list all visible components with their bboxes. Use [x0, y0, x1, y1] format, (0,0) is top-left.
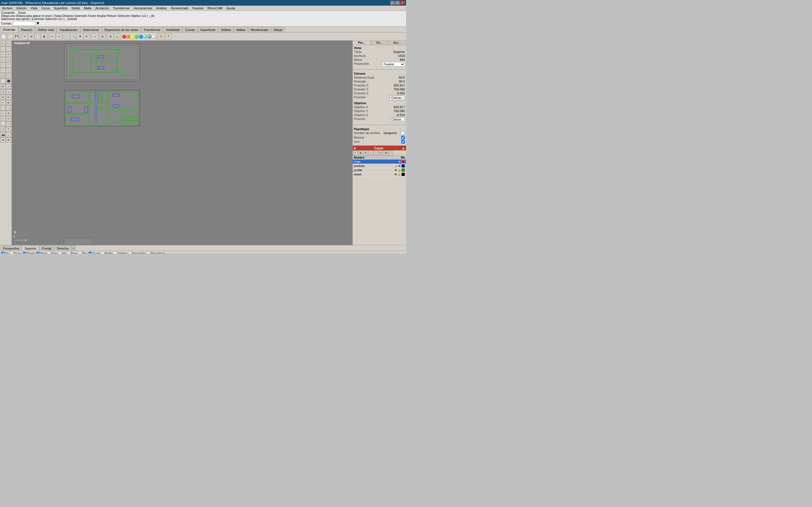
capa-vis-chair[interactable]: 👁 [398, 160, 401, 163]
surface-tool[interactable]: ⬜ [1, 78, 6, 83]
capa-row-chair[interactable]: chair 👁 [353, 160, 406, 164]
undo-btn[interactable]: ↩ [49, 34, 56, 40]
menu-analisis[interactable]: Análisis [154, 6, 168, 10]
snap-vertice-checkbox[interactable] [113, 252, 117, 254]
tab-planosc[interactable]: PlanosC [18, 27, 35, 33]
snap-fn-checkbox[interactable] [1, 252, 4, 254]
color-white[interactable] [152, 35, 156, 39]
capa-row-sheet[interactable]: sheet 👁 🔒 [353, 172, 406, 177]
cut-btn[interactable]: ✂ [22, 34, 28, 40]
vista-proyeccion-select[interactable]: Paralela [382, 62, 405, 66]
lock-btn[interactable]: 🔒 [114, 34, 120, 40]
snap-cuad-checkbox[interactable] [89, 252, 92, 254]
measure-tool[interactable]: 📏 [6, 121, 11, 126]
delete-btn[interactable]: 🗑 [41, 34, 47, 40]
snap-perp-checkbox[interactable] [67, 252, 70, 254]
menu-vista[interactable]: Vista [29, 6, 39, 10]
redo-btn[interactable]: ↪ [56, 34, 62, 40]
capa-vis-profile[interactable]: 👁 [395, 169, 397, 172]
tab-disposicion[interactable]: Disposición de las vistas [102, 27, 141, 33]
sweep-tool[interactable]: ⤸ [6, 89, 11, 94]
capas-delete-btn[interactable]: ✕ [363, 151, 368, 155]
camera-tool[interactable]: 📷 [1, 132, 6, 137]
viewport-label[interactable]: Superior ▼ [13, 41, 31, 45]
copy2-tool[interactable]: ⧉ [6, 111, 11, 116]
capa-row-pockets[interactable]: pockets ✓ 👁 [353, 164, 406, 168]
capas-add-sub-btn[interactable]: ⊕ [358, 151, 363, 155]
menu-superficie[interactable]: Superficie [52, 6, 69, 10]
tab-seleccionar[interactable]: Seleccionar [80, 27, 101, 33]
snap-med-checkbox[interactable] [36, 252, 40, 254]
light-tool[interactable]: 💡 [6, 132, 11, 137]
menu-herramientas[interactable]: Herramientas [132, 6, 154, 10]
zoom-btn[interactable]: 🔍 [70, 34, 77, 40]
capas-up-btn[interactable]: ↑ [368, 151, 373, 155]
menu-transformar[interactable]: Transformar [111, 6, 132, 10]
viewport-dropdown-icon[interactable]: ▼ [27, 41, 30, 45]
vp-tab-frontal[interactable]: Frontal [39, 245, 54, 251]
select-btn[interactable]: ⬚ [64, 34, 70, 40]
spline-tool[interactable]: ~ [1, 68, 6, 73]
bool-diff-tool[interactable]: ⊖ [6, 95, 11, 100]
capas-expand-icon[interactable]: ▲ [402, 147, 405, 150]
tab-curvas[interactable]: Curvas [183, 27, 197, 33]
capa-lock-profile[interactable]: 🔒 [398, 169, 401, 172]
chamfer-tool[interactable]: ⌓ [6, 105, 11, 110]
trim-tool[interactable]: ✁ [1, 100, 6, 105]
menu-acotacion[interactable]: Acotación [94, 6, 110, 10]
menu-solido[interactable]: Sólido [70, 6, 82, 10]
snap-desactivar-checkbox[interactable] [147, 252, 150, 254]
select-tool[interactable]: ↖ [1, 41, 6, 46]
snap-proyectar-checkbox[interactable] [128, 252, 132, 254]
menu-malla[interactable]: Malla [82, 6, 93, 10]
mostrar-checkbox[interactable] [401, 136, 405, 139]
tab-renderizado[interactable]: Renderizado [248, 27, 271, 33]
menu-rhinocam[interactable]: RhinoCAM [206, 6, 224, 10]
snap-int-checkbox[interactable] [58, 252, 62, 254]
menu-archivo[interactable]: Archivo [1, 6, 14, 10]
patch-tool[interactable]: ⬛ [6, 78, 11, 83]
color-yellow[interactable] [131, 35, 135, 39]
vp-tab-perspectiva[interactable]: Perspectiva [1, 245, 22, 251]
capa-color-pockets[interactable] [402, 164, 405, 168]
tab-visibilidad[interactable]: Visibilidad [163, 27, 182, 33]
freeform-tool[interactable]: ∿ [6, 73, 11, 78]
close-button[interactable]: ✕ [400, 1, 405, 5]
snap-nodo-checkbox[interactable] [101, 252, 104, 254]
color-gray[interactable] [147, 35, 151, 39]
extrude-tool[interactable]: ⬆ [1, 84, 6, 89]
move-tool[interactable]: ⤢ [1, 111, 6, 116]
poly-tool[interactable]: ⬡ [6, 57, 11, 62]
menu-ayuda[interactable]: Ayuda [225, 6, 237, 10]
bool-union-tool[interactable]: ⊕ [1, 95, 6, 100]
open-btn[interactable]: 📁 [7, 34, 13, 40]
capa-row-profile[interactable]: profile 👁 🔒 [353, 168, 406, 172]
settings-tool[interactable]: ⚙ [6, 137, 11, 143]
capa-vis-pockets[interactable]: 👁 [398, 165, 401, 168]
extras-tool[interactable]: ★ [1, 137, 6, 143]
capa-color-profile[interactable] [402, 168, 405, 172]
snap-punto-checkbox[interactable] [23, 252, 27, 254]
tab-definir-vista[interactable]: Definir vista [36, 27, 57, 33]
capas-settings-btn[interactable]: ⚙ [384, 151, 388, 155]
polyline-tool[interactable]: /\ [6, 52, 11, 57]
new-btn[interactable]: 📄 [1, 34, 7, 40]
snap-cerca-checkbox[interactable] [10, 252, 13, 254]
rpanel-tab-pro[interactable]: Pro... [353, 41, 370, 45]
menu-paneles[interactable]: Paneles [191, 6, 205, 10]
mirror-tool[interactable]: ⇔ [6, 116, 11, 121]
spline2-tool[interactable]: ≈ [6, 68, 11, 73]
circle-tool[interactable]: ○ [1, 62, 6, 68]
pan-btn[interactable]: ✥ [77, 34, 83, 40]
pos-colocar-btn[interactable]: Colocar... [390, 96, 405, 100]
nombre-archivo-browse[interactable]: … [400, 131, 405, 135]
multipoint-tool[interactable]: ·· [6, 47, 11, 52]
viewport-area[interactable]: Superior ▼ [12, 41, 352, 245]
capas-add-btn[interactable]: + [353, 151, 358, 155]
arc-tool[interactable]: ◠ [6, 62, 11, 68]
vp-tab-add-btn[interactable]: + [71, 245, 76, 251]
save-btn[interactable]: 💾 [13, 34, 20, 40]
menu-curva[interactable]: Curva [40, 6, 51, 10]
paste-btn[interactable]: 📋 [35, 34, 41, 40]
snap-btn[interactable]: ⊕ [107, 34, 114, 40]
